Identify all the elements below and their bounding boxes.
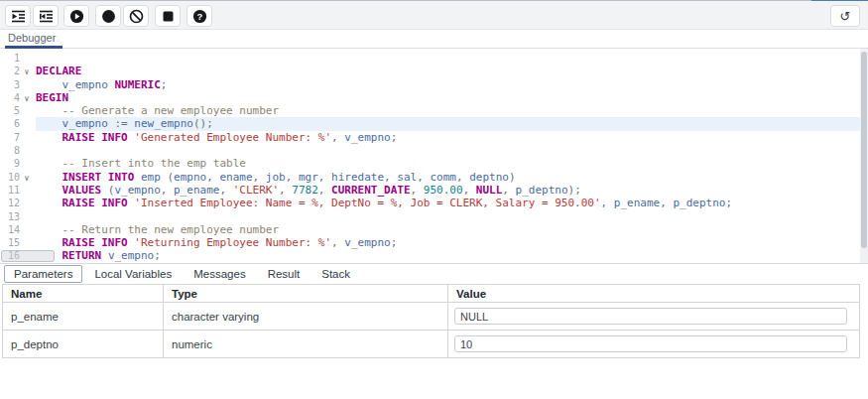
token-v: v_empno: [62, 78, 108, 91]
token-k: RETURN: [62, 249, 102, 262]
vertical-scrollbar-track[interactable]: [860, 49, 868, 263]
step-into-button[interactable]: [5, 5, 31, 27]
fold-chevron-icon[interactable]: ∨: [20, 92, 34, 105]
token-p: ,: [161, 184, 174, 197]
token-v: empno: [174, 171, 206, 184]
token-p: ,: [318, 184, 331, 197]
code-line[interactable]: 5 -- Generate a new employee number: [0, 104, 860, 117]
token-p: ;: [391, 236, 398, 249]
help-icon: ?: [192, 9, 207, 24]
token-p: ,: [286, 171, 299, 184]
stop-icon: [162, 10, 175, 23]
code-line[interactable]: 13: [0, 210, 860, 223]
code-line[interactable]: 12 RAISE INFO 'Inserted Employee: Name =…: [0, 197, 860, 209]
line-number: 11: [0, 184, 20, 197]
token-p: ,: [331, 131, 344, 144]
horizontal-scrollbar-thumb[interactable]: [1, 250, 55, 262]
token-v: v_empno: [62, 117, 108, 130]
code-line[interactable]: 14 -- Return the new employee number: [0, 223, 860, 236]
token-v: mgr: [299, 171, 318, 184]
code-line[interactable]: 10∨ INSERT INTO emp (empno, ename, job, …: [0, 171, 860, 184]
code-line[interactable]: 15 RAISE INFO 'Returning Employee Number…: [0, 236, 860, 249]
token-p: [101, 249, 108, 262]
line-number: 3: [0, 78, 20, 91]
code-line[interactable]: 9 -- Insert into the emp table: [0, 157, 860, 170]
panel-tab-messages[interactable]: Messages: [184, 265, 255, 283]
code-line[interactable]: 2∨DECLARE: [0, 65, 860, 77]
code-line[interactable]: 3 v_empno NUMERIC;: [0, 78, 860, 91]
param-name-cell: p_ename: [3, 303, 164, 331]
token-v: comm: [430, 171, 456, 184]
code-text: INSERT INTO emp (empno, ename, job, mgr,…: [34, 171, 516, 184]
token-p: ,: [417, 171, 430, 184]
document-tabbar: Debugger: [0, 30, 868, 49]
fold-chevron-icon[interactable]: ∨: [20, 66, 34, 78]
continue-button[interactable]: [63, 5, 89, 27]
step-over-button[interactable]: [33, 5, 59, 27]
line-number: 12: [0, 197, 20, 209]
code-text: v_empno NUMERIC;: [34, 78, 167, 91]
token-v: sal: [397, 171, 417, 184]
panel-tab-result[interactable]: Result: [258, 265, 310, 283]
line-number: 15: [0, 236, 20, 249]
help-button[interactable]: ?: [186, 5, 212, 27]
code-text: -- Insert into the emp table: [34, 157, 246, 170]
token-c: -- Insert into the emp table: [36, 157, 246, 170]
panel-tab-parameters[interactable]: Parameters: [4, 265, 82, 283]
code-line[interactable]: 7 RAISE INFO 'Generated Employee Number:…: [0, 131, 860, 144]
token-s: 'Inserted Employee: Name = %, DeptNo = %…: [134, 197, 600, 209]
param-value-input[interactable]: [454, 308, 847, 325]
token-p: [36, 171, 62, 184]
token-p: ,: [318, 171, 331, 184]
token-p: [36, 117, 62, 130]
token-p: ,: [219, 184, 232, 197]
code-text: RAISE INFO 'Returning Employee Number: %…: [34, 236, 397, 249]
code-line[interactable]: 8: [0, 144, 860, 157]
line-number: 7: [0, 131, 20, 144]
line-number: 1: [0, 52, 20, 65]
token-s: 'CLERK': [233, 184, 279, 197]
toggle-breakpoint-button[interactable]: [95, 5, 121, 27]
refresh-icon: ↺: [840, 9, 851, 24]
code-text: DECLARE: [34, 65, 81, 77]
token-p: ): [509, 171, 516, 184]
token-v: new_empno: [134, 117, 193, 130]
code-line[interactable]: 1: [0, 52, 860, 65]
token-k: BEGIN: [36, 91, 68, 104]
token-k: RAISE INFO: [62, 197, 128, 209]
code-line[interactable]: 6 v_empno := new_empno();: [36, 117, 860, 130]
fold-chevron-icon[interactable]: ∨: [20, 172, 34, 185]
token-p: [36, 131, 62, 144]
token-k: VALUES: [62, 184, 102, 197]
token-p: ;: [161, 78, 168, 91]
reset-layout-button[interactable]: ↺: [830, 5, 860, 27]
token-p: ,: [411, 184, 424, 197]
code-line[interactable]: 11 VALUES (v_empno, p_ename, 'CLERK', 77…: [0, 184, 860, 197]
panel-tab-stack[interactable]: Stack: [311, 265, 360, 283]
vertical-scrollbar-thumb[interactable]: [861, 52, 867, 248]
token-p: ,: [456, 171, 469, 184]
code-text: -- Return the new employee number: [34, 223, 279, 236]
continue-icon: [69, 9, 84, 24]
code-editor[interactable]: 12∨DECLARE3 v_empno NUMERIC;4∨BEGIN5 -- …: [0, 49, 868, 263]
param-value-input[interactable]: [454, 335, 847, 352]
token-v: p_deptno: [673, 197, 725, 209]
code-line[interactable]: 16 RETURN v_empno;: [0, 249, 860, 262]
token-k: DECLARE: [36, 65, 81, 77]
code-line[interactable]: 4∨BEGIN: [0, 91, 860, 104]
line-number: 9: [0, 157, 20, 170]
clear-all-breakpoints-button[interactable]: [123, 5, 149, 27]
parameters-table-head: NameTypeValue: [3, 285, 860, 303]
token-p: ;: [154, 249, 161, 262]
token-p: );: [568, 184, 581, 197]
tab-debugger[interactable]: Debugger: [8, 32, 56, 44]
token-p: ,: [331, 236, 344, 249]
token-p: [36, 197, 62, 209]
code-text: v_empno := new_empno();: [34, 117, 213, 130]
token-v: v_empno: [108, 249, 154, 262]
panel-tab-local-variables[interactable]: Local Variables: [84, 265, 182, 283]
token-p: ,: [384, 171, 397, 184]
param-value-cell: [448, 303, 860, 331]
code-lines: 12∨DECLARE3 v_empno NUMERIC;4∨BEGIN5 -- …: [0, 52, 860, 263]
stop-button[interactable]: [155, 5, 181, 27]
